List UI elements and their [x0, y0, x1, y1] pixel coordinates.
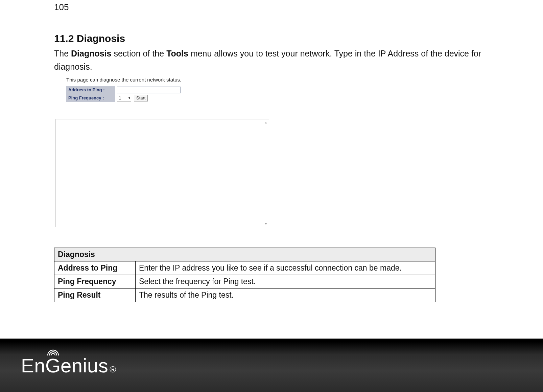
table-row: Ping Frequency Select the frequency for …: [54, 275, 435, 288]
intro-bold-diagnosis: Diagnosis: [71, 49, 111, 58]
chevron-down-icon: ▾: [128, 96, 131, 100]
start-button[interactable]: Start: [134, 95, 148, 101]
ping-frequency-value: 1: [119, 95, 121, 100]
label-address-to-ping: Address to Ping :: [66, 86, 115, 94]
intro-text: The: [54, 49, 71, 58]
intro-text: section of the: [112, 49, 167, 58]
def-desc: The results of the Ping test.: [136, 288, 435, 302]
def-table-header: Diagnosis: [54, 248, 435, 261]
intro-bold-tools: Tools: [166, 49, 188, 58]
label-ping-frequency: Ping Frequency :: [66, 94, 115, 102]
logo-text-enius: enius: [61, 354, 108, 377]
logo-text-en: En: [21, 354, 45, 377]
address-to-ping-input[interactable]: [117, 87, 181, 93]
ping-frequency-select[interactable]: 1 ▾: [117, 95, 131, 101]
page-footer: En G enius®: [0, 339, 543, 392]
def-desc: Enter the IP address you like to see if …: [136, 261, 435, 275]
scroll-up-icon: ▴: [263, 120, 268, 125]
def-desc: Select the frequency for Ping test.: [136, 275, 435, 288]
table-row: Ping Result The results of the Ping test…: [54, 288, 435, 302]
page-number: 105: [54, 0, 489, 13]
intro-paragraph: The Diagnosis section of the Tools menu …: [54, 47, 489, 73]
diagnosis-note: This page can diagnose the current netwo…: [54, 76, 269, 86]
logo-text-g: G: [45, 354, 61, 377]
wifi-waves-icon: [46, 349, 60, 356]
registered-trademark-icon: ®: [110, 364, 116, 375]
row-ping-frequency: Ping Frequency : 1 ▾ Start: [66, 94, 276, 102]
diagnosis-form-screenshot: This page can diagnose the current netwo…: [54, 76, 269, 227]
section-heading: 11.2 Diagnosis: [54, 33, 489, 44]
engenius-logo: En G enius®: [21, 354, 116, 377]
row-address-to-ping: Address to Ping :: [66, 86, 276, 94]
def-label: Ping Result: [54, 288, 136, 302]
ping-result-output[interactable]: ▴ ▾: [55, 119, 269, 227]
scroll-down-icon: ▾: [263, 222, 268, 226]
diagnosis-definitions-table: Diagnosis Address to Ping Enter the IP a…: [54, 248, 435, 302]
table-row: Address to Ping Enter the IP address you…: [54, 261, 435, 275]
def-label: Ping Frequency: [54, 275, 136, 288]
def-label: Address to Ping: [54, 261, 136, 275]
